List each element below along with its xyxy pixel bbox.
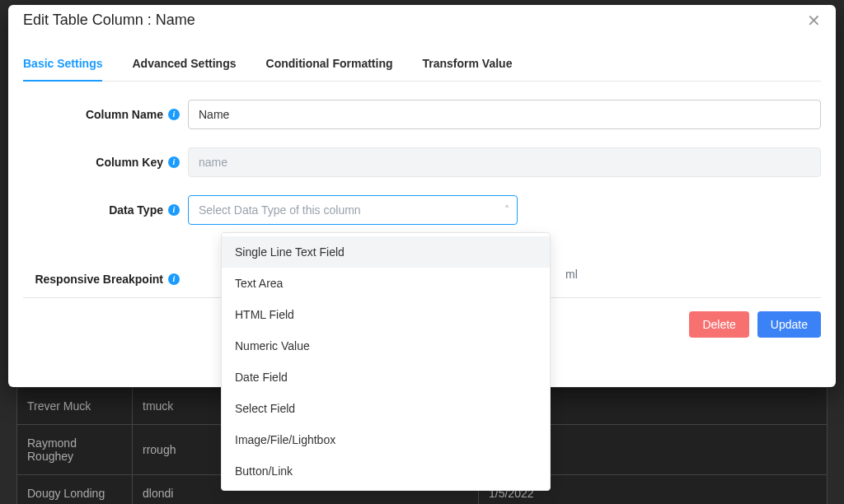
- chevron-up-icon: ˄: [504, 204, 509, 216]
- tab-basic-settings[interactable]: Basic Settings: [23, 49, 102, 82]
- option-single-line-text[interactable]: Single Line Text Field: [222, 236, 550, 268]
- info-icon[interactable]: i: [168, 109, 180, 120]
- row-column-name: Column Name i: [23, 100, 821, 129]
- label-responsive-breakpoint: Responsive Breakpoint i: [23, 273, 188, 286]
- label-column-key: Column Key i: [23, 156, 188, 169]
- modal-header: Edit Table Column : Name ✕: [8, 5, 836, 29]
- option-html-field[interactable]: HTML Field: [222, 299, 550, 330]
- column-key-input: [188, 147, 821, 177]
- info-icon[interactable]: i: [168, 273, 180, 285]
- option-text-area[interactable]: Text Area: [222, 268, 550, 299]
- label-text: Column Key: [96, 156, 163, 169]
- label-column-name: Column Name i: [23, 108, 188, 121]
- label-text: Data Type: [109, 203, 163, 217]
- option-image-file-lightbox[interactable]: Image/File/Lightbox: [222, 424, 550, 455]
- close-icon[interactable]: ✕: [807, 12, 821, 29]
- data-type-select[interactable]: Select Data Type of this column ˄: [188, 195, 518, 225]
- option-button-link[interactable]: Button/Link: [222, 455, 550, 487]
- row-column-key: Column Key i: [23, 147, 821, 177]
- tab-bar: Basic Settings Advanced Settings Conditi…: [23, 49, 821, 82]
- row-data-type: Data Type i Select Data Type of this col…: [23, 195, 821, 225]
- tab-transform-value[interactable]: Transform Value: [423, 49, 513, 82]
- tab-advanced-settings[interactable]: Advanced Settings: [132, 49, 236, 82]
- tab-conditional-formatting[interactable]: Conditional Formatting: [266, 49, 393, 82]
- option-date-field[interactable]: Date Field: [222, 362, 550, 393]
- label-text: Column Name: [86, 108, 163, 121]
- update-button[interactable]: Update: [757, 311, 821, 338]
- option-select-field[interactable]: Select Field: [222, 393, 550, 424]
- data-type-select-display[interactable]: Select Data Type of this column: [188, 195, 518, 225]
- info-icon[interactable]: i: [168, 156, 180, 168]
- bg-cell-name: Dougy Londing: [17, 475, 133, 505]
- info-icon[interactable]: i: [168, 204, 180, 216]
- label-text: Responsive Breakpoint: [35, 273, 163, 286]
- truncated-text-fragment: ml: [565, 268, 578, 281]
- column-name-input[interactable]: [188, 100, 821, 129]
- modal-title: Edit Table Column : Name: [23, 12, 195, 29]
- bg-cell-name: Raymond Roughey: [17, 425, 133, 475]
- label-data-type: Data Type i: [23, 203, 188, 217]
- bg-cell-name: Trever Muck: [17, 388, 133, 425]
- option-numeric-value[interactable]: Numeric Value: [222, 330, 550, 362]
- delete-button[interactable]: Delete: [689, 311, 748, 338]
- data-type-dropdown[interactable]: Single Line Text Field Text Area HTML Fi…: [221, 232, 551, 491]
